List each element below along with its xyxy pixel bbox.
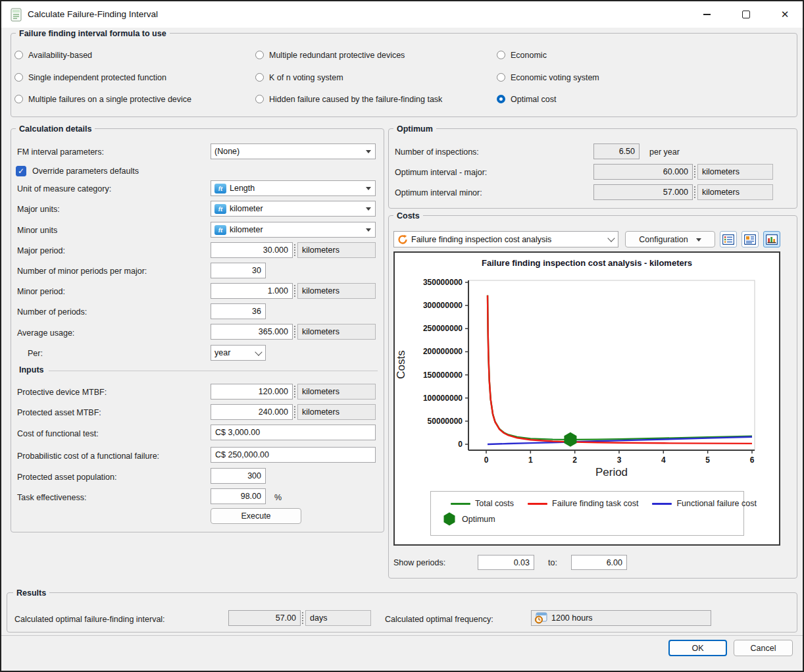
execute-button[interactable]: Execute xyxy=(211,508,301,524)
footer-divider xyxy=(1,635,804,636)
failure-cost-input[interactable]: C$ 250,000.00 xyxy=(211,447,376,463)
failure-cost-label: Probabilistic cost of a functional failu… xyxy=(17,452,159,461)
effectiveness-label: Task effectiveness: xyxy=(17,493,86,502)
svg-text:50000000: 50000000 xyxy=(428,417,463,426)
avg-usage-label: Average usage: xyxy=(17,328,74,338)
cycle-icon xyxy=(397,234,408,245)
show-periods-from-input[interactable]: 0.03 xyxy=(478,555,534,570)
fm-interval-combobox[interactable]: (None) xyxy=(211,143,376,159)
radio-label: Single independent protected function xyxy=(28,73,166,82)
unit-ft-icon: ft xyxy=(214,184,226,194)
costs-group-title: Costs xyxy=(393,211,423,220)
fm-interval-value: (None) xyxy=(214,147,239,156)
optimum-group-title: Optimum xyxy=(393,124,436,134)
uom-category-value: Length xyxy=(230,184,255,193)
pa-mtbf-input[interactable]: 240.000 xyxy=(211,404,293,420)
minimize-icon xyxy=(703,14,711,15)
splitter-grip xyxy=(694,166,695,178)
show-periods-to-input[interactable]: 6.00 xyxy=(571,555,627,570)
configuration-button[interactable]: Configuration xyxy=(625,231,715,247)
radio-label: Hidden failure caused by the failure-fin… xyxy=(269,95,442,104)
inspections-value: 6.50 xyxy=(593,143,640,159)
num-periods-label: Number of periods: xyxy=(17,307,87,317)
radio-economic[interactable] xyxy=(497,51,505,59)
minimize-button[interactable] xyxy=(691,5,722,24)
radio-hidden-failure[interactable] xyxy=(255,95,264,103)
effectiveness-input[interactable]: 98.00 xyxy=(211,488,266,504)
fm-interval-label: FM interval parameters: xyxy=(17,147,104,157)
inputs-section-title: Inputs xyxy=(16,365,47,375)
splitter-grip xyxy=(294,244,295,256)
minor-units-value: kilometer xyxy=(230,225,263,234)
major-units-value: kilometer xyxy=(230,204,263,213)
title-bar: Calculate Failure-Finding Interval ✕ xyxy=(1,1,803,28)
cost-chart-panel: Failure finding inspection cost analysis… xyxy=(393,251,780,546)
dropdown-arrow-icon xyxy=(362,222,375,237)
ok-button[interactable]: OK xyxy=(668,640,727,656)
radio-multiple-redundant[interactable] xyxy=(255,51,264,59)
chart-y-axis-label: Costs xyxy=(395,319,408,411)
optimal-interval-value: 57.00 xyxy=(228,610,301,626)
minor-units-combobox[interactable]: ft kilometer xyxy=(211,222,376,238)
legend-label: Total costs xyxy=(475,499,514,508)
inputs-divider xyxy=(49,371,378,371)
calculation-details-title: Calculation details xyxy=(16,124,95,134)
bar-chart-icon xyxy=(766,234,778,245)
analysis-value: Failure finding inspection cost analysis xyxy=(411,235,551,244)
radio-single-independent[interactable] xyxy=(14,73,23,82)
pa-mtbf-label: Protected asset MTBF: xyxy=(17,408,101,417)
population-label: Protected asset population: xyxy=(17,473,117,482)
population-input[interactable]: 300 xyxy=(211,468,266,484)
avg-usage-input[interactable]: 365.000 xyxy=(211,324,293,340)
pd-mtbf-input[interactable]: 120.000 xyxy=(211,384,293,400)
minor-period-input[interactable]: 1.000 xyxy=(211,283,293,299)
optimal-interval-label: Calculated optimal failure-finding inter… xyxy=(14,615,165,624)
radio-optimal-cost[interactable] xyxy=(497,95,505,103)
cancel-button[interactable]: Cancel xyxy=(734,640,793,656)
maximize-button[interactable] xyxy=(731,5,761,24)
optimum-major-label: Optimum interval - major: xyxy=(395,168,487,177)
radio-label: Optimal cost xyxy=(511,95,556,104)
optimal-frequency-field: 1200 hours xyxy=(531,610,711,626)
major-period-input[interactable]: 30.000 xyxy=(211,242,293,258)
list-view-button[interactable] xyxy=(720,231,737,247)
detail-view-button[interactable] xyxy=(741,231,759,247)
per-value: year xyxy=(214,348,230,357)
unit-ft-icon: ft xyxy=(214,204,226,214)
radio-label: K of n voting system xyxy=(269,73,343,82)
minor-units-label: Minor units xyxy=(17,226,57,235)
test-cost-input[interactable]: C$ 3,000.00 xyxy=(211,425,376,440)
chart-view-button[interactable] xyxy=(763,231,780,247)
uom-category-combobox[interactable]: ft Length xyxy=(211,180,376,196)
analysis-combobox[interactable]: Failure finding inspection cost analysis xyxy=(393,231,618,247)
minor-period-unit: kilometers xyxy=(297,283,376,299)
dropdown-arrow-icon xyxy=(362,144,375,159)
optimum-minor-unit: kilometers xyxy=(697,184,773,200)
check-icon: ✓ xyxy=(18,167,24,176)
legend-label: Optimum xyxy=(462,515,495,524)
num-periods-input[interactable]: 36 xyxy=(211,303,266,319)
radio-availability-based[interactable] xyxy=(14,51,23,59)
radio-economic-voting[interactable] xyxy=(497,73,505,82)
radio-multiple-failures[interactable] xyxy=(14,95,23,103)
svg-text:250000000: 250000000 xyxy=(423,324,463,333)
optimal-frequency-label: Calculated optimal frequency: xyxy=(385,615,493,624)
svg-text:150000000: 150000000 xyxy=(423,371,463,380)
override-defaults-checkbox[interactable]: ✓ xyxy=(16,166,26,176)
per-combobox[interactable]: year xyxy=(211,345,266,361)
radio-k-of-n[interactable] xyxy=(255,73,264,82)
optimum-minor-value: 57.000 xyxy=(593,184,693,200)
svg-text:1: 1 xyxy=(528,455,533,465)
close-button[interactable]: ✕ xyxy=(770,5,800,24)
test-cost-label: Cost of functional test: xyxy=(17,429,99,438)
minor-per-major-input[interactable]: 30 xyxy=(211,263,266,278)
frequency-clock-icon xyxy=(534,612,547,624)
svg-text:300000000: 300000000 xyxy=(423,301,463,310)
svg-text:0: 0 xyxy=(484,455,489,465)
radio-label: Availability-based xyxy=(28,51,92,60)
dialog-window: Calculate Failure-Finding Interval ✕ Fai… xyxy=(0,0,804,672)
formula-group-title: Failure finding interval formula to use xyxy=(16,29,170,38)
major-units-combobox[interactable]: ft kilometer xyxy=(211,201,376,217)
chevron-down-icon xyxy=(605,232,618,247)
unit-ft-icon: ft xyxy=(214,225,226,235)
